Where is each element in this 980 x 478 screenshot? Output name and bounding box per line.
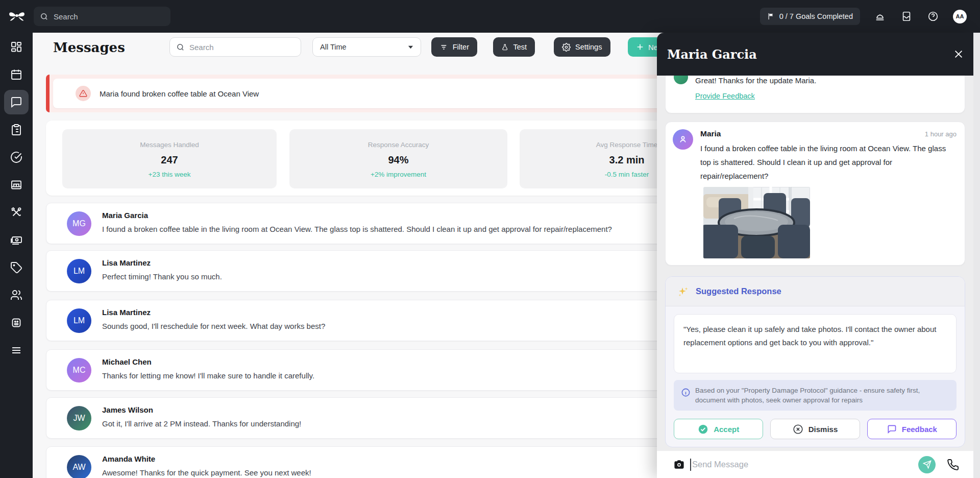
avatar <box>673 129 693 150</box>
sidebar-item-team[interactable] <box>4 283 29 307</box>
provide-feedback-link[interactable]: Provide Feedback <box>695 92 755 100</box>
avatar: LM <box>67 308 91 333</box>
message-sender: Maria <box>700 129 721 138</box>
inbox-button[interactable] <box>900 10 913 23</box>
suggestion-guidance-note: Based on your "Property Damage Protocol"… <box>674 380 957 411</box>
send-message-input[interactable]: Send Message <box>692 460 918 469</box>
call-button[interactable] <box>947 459 959 471</box>
close-panel-button[interactable] <box>953 49 964 60</box>
notifications-button[interactable] <box>873 10 887 23</box>
message-composer: Send Message <box>657 451 973 478</box>
topbar: 0 / 7 Goals Completed AA <box>0 0 980 33</box>
suggested-response-header: Suggested Response <box>666 277 965 306</box>
stat-value: 94% <box>289 154 507 166</box>
app-root: 0 / 7 Goals Completed AA <box>0 0 980 478</box>
help-icon <box>927 11 939 22</box>
phone-icon <box>947 459 959 471</box>
stat-value: 247 <box>62 154 277 166</box>
user-avatar[interactable]: AA <box>953 10 967 23</box>
avatar-initials: LM <box>74 267 85 276</box>
alert-stripe <box>46 75 50 112</box>
previous-message-card: Great! Thanks for the update Maria. Prov… <box>665 76 965 113</box>
avatar <box>674 76 688 84</box>
sidebar-item-calendar[interactable] <box>4 62 29 87</box>
conversation-header: Maria Garcia <box>657 33 973 76</box>
sidebar-item-approvals[interactable] <box>4 145 29 170</box>
time-filter-select[interactable]: All Time <box>312 37 421 57</box>
message-sender: Maria Garcia <box>102 211 148 220</box>
sidebar <box>0 33 33 478</box>
messages-search <box>169 37 301 57</box>
avatar-initials: LM <box>74 316 85 325</box>
sidebar-item-tasks[interactable] <box>4 117 29 142</box>
time-filter-value: All Time <box>320 43 347 51</box>
sidebar-item-properties[interactable] <box>4 173 29 197</box>
info-icon <box>681 388 691 397</box>
goals-completed-button[interactable]: 0 / 7 Goals Completed <box>760 8 860 25</box>
suggested-response-title: Suggested Response <box>696 286 781 296</box>
suggestion-actions: Accept Dismiss Feedback <box>674 419 957 439</box>
check-circle-icon <box>698 424 708 435</box>
calendar-icon <box>10 68 22 81</box>
settings-label: Settings <box>575 43 602 51</box>
avatar-initials: MC <box>73 366 86 375</box>
dismiss-button[interactable]: Dismiss <box>770 419 860 439</box>
conversation-scroll[interactable]: Great! Thanks for the update Maria. Prov… <box>665 76 965 451</box>
text-cursor <box>690 459 691 471</box>
plus-icon <box>636 43 644 51</box>
goals-completed-label: 0 / 7 Goals Completed <box>779 12 853 20</box>
bell-icon <box>874 11 886 22</box>
chevron-down-icon <box>408 45 413 49</box>
feedback-button[interactable]: Feedback <box>867 419 957 439</box>
filter-button[interactable]: Filter <box>431 37 477 57</box>
flask-icon <box>501 43 508 52</box>
suggested-response-text: "Yes, please clean it up safely and take… <box>674 314 957 373</box>
test-button[interactable]: Test <box>493 37 535 57</box>
previous-message-text: Great! Thanks for the update Maria. <box>695 76 816 85</box>
message-sender: James Wilson <box>102 405 153 414</box>
avatar: LM <box>67 259 91 283</box>
contact-card-icon <box>10 317 22 329</box>
person-icon <box>678 134 688 145</box>
sidebar-item-dashboard[interactable] <box>4 35 29 59</box>
avatar-initials: AW <box>72 463 85 472</box>
x-circle-icon <box>793 424 803 435</box>
close-icon <box>953 49 964 60</box>
feedback-label: Feedback <box>902 425 937 434</box>
accept-button[interactable]: Accept <box>674 419 763 439</box>
sidebar-item-menu[interactable] <box>4 338 29 363</box>
guest-message-card: Maria 1 hour ago I found a broken coffee… <box>665 122 965 266</box>
conversation-panel: Maria Garcia Great! Thanks for the updat… <box>657 33 973 478</box>
stat-delta: +2% improvement <box>289 171 507 178</box>
suggested-response-card: Suggested Response "Yes, please clean it… <box>665 276 965 447</box>
sidebar-item-messages[interactable] <box>4 90 29 114</box>
banknote-icon <box>10 234 22 246</box>
speech-bubble-icon <box>887 424 897 434</box>
sidebar-item-maintenance[interactable] <box>4 200 29 225</box>
accept-label: Accept <box>714 425 739 434</box>
sparkles-icon <box>677 285 689 298</box>
camera-button[interactable] <box>673 459 685 470</box>
global-search <box>34 7 170 26</box>
sidebar-item-payments[interactable] <box>4 228 29 252</box>
global-search-input[interactable] <box>54 12 156 21</box>
message-attachment-photo[interactable] <box>703 187 810 258</box>
message-text: I found a broken coffee table in the liv… <box>700 141 954 183</box>
stat-delta: +23 this week <box>62 171 277 178</box>
message-sender: Lisa Martinez <box>102 258 151 267</box>
logo-bow-icon[interactable] <box>8 10 26 23</box>
send-icon <box>923 460 932 469</box>
sidebar-item-contacts[interactable] <box>4 310 29 335</box>
avatar-initials: JW <box>73 414 85 423</box>
scroll-gutter[interactable] <box>973 33 980 478</box>
avatar: MC <box>67 358 91 383</box>
messages-search-input[interactable] <box>189 43 286 52</box>
filter-label: Filter <box>453 43 469 51</box>
help-button[interactable] <box>926 10 940 23</box>
avatar: JW <box>67 406 91 431</box>
tag-icon <box>10 261 22 274</box>
sidebar-item-pricing[interactable] <box>4 255 29 280</box>
avatar: MG <box>67 211 91 236</box>
settings-button[interactable]: Settings <box>554 37 610 57</box>
send-button[interactable] <box>918 456 936 473</box>
